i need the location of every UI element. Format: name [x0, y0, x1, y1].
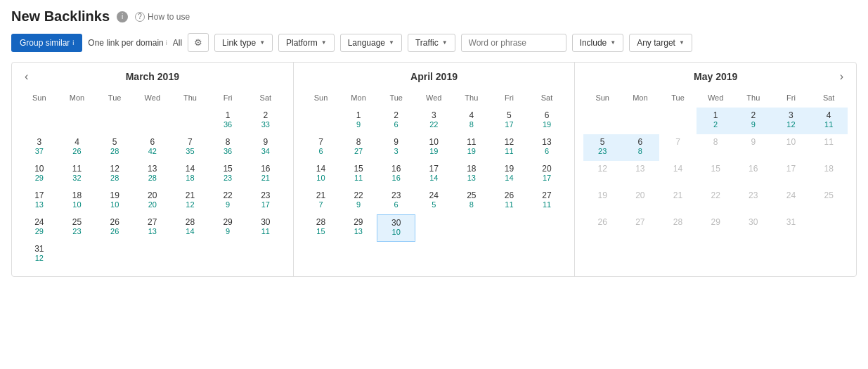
calendar-day-cell[interactable]: 1119: [453, 134, 491, 161]
calendar-day-cell[interactable]: 2713: [134, 214, 171, 241]
calendar-day-cell[interactable]: 642: [134, 134, 171, 161]
calendar-day-cell[interactable]: 1019: [415, 134, 453, 161]
calendar-day-cell[interactable]: 2523: [58, 214, 96, 241]
calendar-day-cell[interactable]: 236: [377, 188, 415, 214]
calendar-day-cell[interactable]: 16: [734, 161, 772, 188]
calendar-day-cell[interactable]: 30: [734, 214, 772, 241]
calendar-day-cell[interactable]: 1813: [453, 161, 491, 188]
calendar-day-cell[interactable]: 322: [415, 108, 453, 134]
calendar-day-cell[interactable]: 523: [583, 134, 621, 161]
calendar-day-cell[interactable]: 411: [810, 108, 848, 134]
calendar-day-cell[interactable]: 1211: [491, 134, 529, 161]
calendar-day-cell[interactable]: 1621: [247, 161, 285, 188]
calendar-day-cell[interactable]: 19: [583, 188, 621, 214]
calendar-day-cell[interactable]: 299: [209, 214, 247, 241]
calendar-day-cell[interactable]: 26: [377, 108, 415, 134]
calendar-day-cell[interactable]: 1029: [20, 161, 58, 188]
calendar-day-cell[interactable]: 528: [96, 134, 134, 161]
calendar-day-cell[interactable]: 18: [810, 161, 848, 188]
calendar-day-cell[interactable]: 2626: [96, 214, 134, 241]
calendar-day-cell[interactable]: 13: [621, 161, 659, 188]
calendar-day-cell[interactable]: 17: [772, 161, 810, 188]
calendar-day-cell[interactable]: 28: [659, 214, 697, 241]
calendar-day-cell[interactable]: 229: [339, 188, 377, 214]
calendar-day-cell[interactable]: 2317: [247, 188, 285, 214]
calendar-day-cell[interactable]: 1914: [491, 161, 529, 188]
calendar-day-cell[interactable]: 7: [659, 134, 697, 161]
calendar-day-cell[interactable]: 21: [659, 188, 697, 214]
calendar-day-cell[interactable]: 8: [697, 134, 734, 161]
link-type-dropdown[interactable]: Link type ▼: [214, 34, 273, 52]
calendar-day-cell[interactable]: 1810: [58, 188, 96, 214]
calendar-day-cell[interactable]: 1910: [96, 188, 134, 214]
calendar-day-cell[interactable]: 29: [697, 214, 734, 241]
calendar-day-cell[interactable]: 15: [697, 161, 734, 188]
calendar-day-cell[interactable]: 517: [491, 108, 529, 134]
calendar-day-cell[interactable]: 26: [583, 214, 621, 241]
calendar-day-cell[interactable]: 312: [772, 108, 810, 134]
word-phrase-input[interactable]: [461, 34, 566, 52]
calendar-day-cell[interactable]: 2112: [171, 188, 209, 214]
calendar-day-cell[interactable]: 10: [772, 134, 810, 161]
calendar-day-cell[interactable]: 1418: [171, 161, 209, 188]
any-target-dropdown[interactable]: Any target ▼: [629, 34, 692, 52]
calendar-day-cell[interactable]: 3112: [20, 241, 58, 268]
calendar-day-cell[interactable]: 3011: [247, 214, 285, 241]
next-month-button[interactable]: ›: [836, 70, 848, 83]
calendar-day-cell[interactable]: 1132: [58, 161, 96, 188]
settings-button[interactable]: ⚙: [188, 33, 209, 52]
calendar-day-cell[interactable]: 22: [697, 188, 734, 214]
calendar-day-cell[interactable]: 2017: [528, 161, 566, 188]
group-similar-button[interactable]: Group similar i: [11, 34, 82, 52]
calendar-day-cell[interactable]: 2815: [302, 214, 340, 241]
how-to-use-link[interactable]: ? How to use: [135, 12, 190, 22]
calendar-day-cell[interactable]: 2429: [20, 214, 58, 241]
calendar-day-cell[interactable]: 25: [810, 188, 848, 214]
traffic-dropdown[interactable]: Traffic ▼: [408, 34, 455, 52]
calendar-day-cell[interactable]: 337: [20, 134, 58, 161]
calendar-day-cell[interactable]: 27: [621, 214, 659, 241]
calendar-day-cell[interactable]: 426: [58, 134, 96, 161]
calendar-day-cell[interactable]: 1714: [415, 161, 453, 188]
calendar-day-cell[interactable]: 31: [772, 214, 810, 241]
calendar-day-cell[interactable]: 245: [415, 188, 453, 214]
calendar-day-cell[interactable]: 1511: [339, 161, 377, 188]
calendar-day-cell[interactable]: 20: [621, 188, 659, 214]
calendar-day-cell[interactable]: 1713: [20, 188, 58, 214]
calendar-day-cell[interactable]: 12: [583, 161, 621, 188]
calendar-day-cell[interactable]: 1410: [302, 161, 340, 188]
calendar-day-cell[interactable]: 2711: [528, 188, 566, 214]
calendar-day-cell[interactable]: 9: [734, 134, 772, 161]
calendar-day-cell[interactable]: 19: [339, 108, 377, 134]
calendar-day-cell[interactable]: 23: [734, 188, 772, 214]
calendar-day-cell[interactable]: 29: [734, 108, 772, 134]
calendar-day-cell[interactable]: 14: [659, 161, 697, 188]
calendar-day-cell[interactable]: 1328: [134, 161, 171, 188]
calendar-day-cell[interactable]: 827: [339, 134, 377, 161]
calendar-day-cell[interactable]: 93: [377, 134, 415, 161]
calendar-day-cell[interactable]: 2020: [134, 188, 171, 214]
language-dropdown[interactable]: Language ▼: [340, 34, 402, 52]
calendar-day-cell[interactable]: 229: [209, 188, 247, 214]
calendar-day-cell[interactable]: 48: [453, 108, 491, 134]
calendar-day-cell[interactable]: 934: [247, 134, 285, 161]
calendar-day-cell[interactable]: 735: [171, 134, 209, 161]
platform-dropdown[interactable]: Platform ▼: [278, 34, 335, 52]
calendar-day-cell[interactable]: 233: [247, 108, 285, 134]
calendar-day-cell[interactable]: 1228: [96, 161, 134, 188]
calendar-day-cell[interactable]: 3010: [377, 214, 415, 241]
calendar-day-cell[interactable]: 2814: [171, 214, 209, 241]
calendar-day-cell[interactable]: 24: [772, 188, 810, 214]
calendar-day-cell[interactable]: 619: [528, 108, 566, 134]
calendar-day-cell[interactable]: 136: [209, 108, 247, 134]
calendar-day-cell[interactable]: 68: [621, 134, 659, 161]
prev-month-button[interactable]: ‹: [20, 70, 32, 83]
calendar-day-cell[interactable]: 76: [302, 134, 340, 161]
calendar-day-cell[interactable]: 2611: [491, 188, 529, 214]
include-dropdown[interactable]: Include ▼: [572, 34, 624, 52]
calendar-day-cell[interactable]: 11: [810, 134, 848, 161]
calendar-day-cell[interactable]: 1523: [209, 161, 247, 188]
calendar-day-cell[interactable]: 12: [697, 108, 734, 134]
calendar-day-cell[interactable]: 258: [453, 188, 491, 214]
calendar-day-cell[interactable]: 136: [528, 134, 566, 161]
